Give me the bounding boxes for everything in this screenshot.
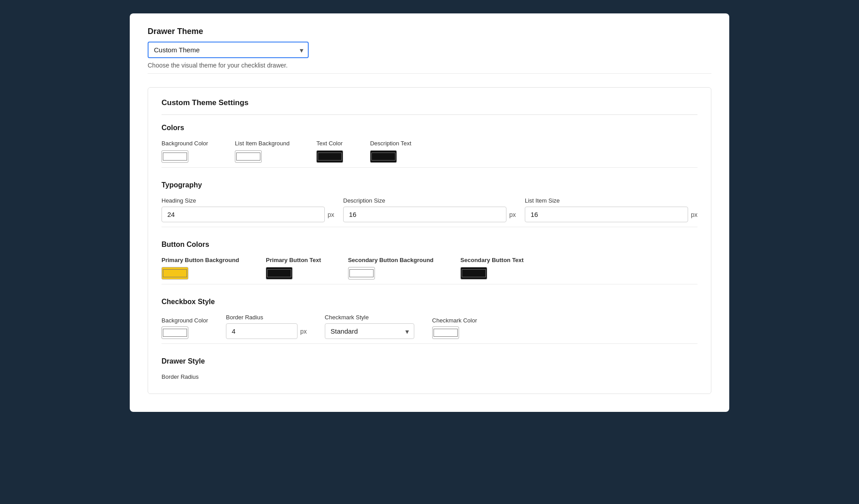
typography-section: Typography Heading Size px Description S… bbox=[162, 181, 697, 227]
primary-bg-swatch[interactable] bbox=[162, 267, 188, 280]
checkbox-style-title: Checkbox Style bbox=[162, 298, 697, 306]
primary-bg-field: Primary Button Background bbox=[162, 257, 239, 280]
checkmark-style-select-wrapper: Standard Bold Minimal ▾ bbox=[325, 323, 414, 339]
secondary-bg-label: Secondary Button Background bbox=[348, 257, 434, 263]
color-row: Background Color List Item Background Te… bbox=[162, 140, 697, 163]
colors-title: Colors bbox=[162, 124, 697, 132]
checkmark-color-swatch[interactable] bbox=[432, 326, 459, 339]
theme-helper-text: Choose the visual theme for your checkli… bbox=[148, 62, 711, 69]
heading-size-field: Heading Size px bbox=[162, 197, 334, 222]
text-color-swatch[interactable] bbox=[316, 150, 343, 163]
description-size-input-group: px bbox=[343, 207, 516, 222]
heading-size-unit: px bbox=[327, 211, 334, 218]
button-colors-title: Button Colors bbox=[162, 241, 697, 249]
list-item-background-label: List Item Background bbox=[235, 140, 289, 147]
heading-size-input[interactable] bbox=[162, 207, 325, 222]
checkmark-style-field: Checkmark Style Standard Bold Minimal ▾ bbox=[325, 314, 414, 339]
button-colors-section: Button Colors Primary Button Background … bbox=[162, 241, 697, 284]
list-item-background-field: List Item Background bbox=[235, 140, 289, 163]
secondary-text-label: Secondary Button Text bbox=[460, 257, 523, 263]
custom-theme-settings-box: Custom Theme Settings Colors Background … bbox=[148, 87, 711, 394]
description-size-field: Description Size px bbox=[343, 197, 516, 222]
background-color-swatch[interactable] bbox=[162, 150, 188, 163]
checkbox-border-radius-label: Border Radius bbox=[226, 314, 307, 321]
checkbox-bg-field: Background Color bbox=[162, 317, 208, 339]
list-item-size-unit: px bbox=[691, 211, 697, 218]
list-item-size-label: List Item Size bbox=[525, 197, 697, 204]
checkmark-style-select[interactable]: Standard Bold Minimal bbox=[325, 323, 414, 339]
heading-size-label: Heading Size bbox=[162, 197, 334, 204]
drawer-theme-section: Drawer Theme Custom Theme Default Dark L… bbox=[148, 27, 711, 74]
description-size-label: Description Size bbox=[343, 197, 516, 204]
text-color-field: Text Color bbox=[316, 140, 343, 163]
custom-theme-settings-title: Custom Theme Settings bbox=[162, 98, 697, 115]
heading-size-input-group: px bbox=[162, 207, 334, 222]
drawer-border-radius-label: Border Radius bbox=[162, 373, 697, 380]
typography-title: Typography bbox=[162, 181, 697, 189]
button-colors-row: Primary Button Background Primary Button… bbox=[162, 257, 697, 280]
background-color-label: Background Color bbox=[162, 140, 208, 147]
list-item-size-field: List Item Size px bbox=[525, 197, 697, 222]
typography-row: Heading Size px Description Size px List… bbox=[162, 197, 697, 222]
checkmark-color-label: Checkmark Color bbox=[432, 317, 477, 324]
checkbox-bg-label: Background Color bbox=[162, 317, 208, 324]
secondary-bg-field: Secondary Button Background bbox=[348, 257, 434, 280]
text-color-label: Text Color bbox=[316, 140, 343, 147]
description-text-label: Description Text bbox=[370, 140, 411, 147]
theme-select-wrapper: Custom Theme Default Dark Light ▾ bbox=[148, 42, 309, 58]
drawer-style-section: Drawer Style Border Radius bbox=[162, 357, 697, 380]
secondary-text-swatch[interactable] bbox=[460, 267, 487, 280]
secondary-text-field: Secondary Button Text bbox=[460, 257, 523, 280]
list-item-size-input[interactable] bbox=[525, 207, 688, 222]
description-text-swatch[interactable] bbox=[370, 150, 397, 163]
drawer-style-title: Drawer Style bbox=[162, 357, 697, 365]
checkmark-color-field: Checkmark Color bbox=[432, 317, 477, 339]
background-color-field: Background Color bbox=[162, 140, 208, 163]
drawer-theme-title: Drawer Theme bbox=[148, 27, 711, 36]
list-item-background-swatch[interactable] bbox=[235, 150, 262, 163]
colors-section: Colors Background Color List Item Backgr… bbox=[162, 124, 697, 168]
checkbox-bg-swatch[interactable] bbox=[162, 326, 188, 339]
primary-bg-label: Primary Button Background bbox=[162, 257, 239, 263]
checkbox-border-radius-input-group: px bbox=[226, 323, 307, 339]
checkbox-border-radius-input[interactable] bbox=[226, 323, 298, 339]
primary-text-field: Primary Button Text bbox=[266, 257, 321, 280]
list-item-size-input-group: px bbox=[525, 207, 697, 222]
checkbox-style-section: Checkbox Style Background Color Border R… bbox=[162, 298, 697, 344]
secondary-bg-swatch[interactable] bbox=[348, 267, 375, 280]
checkmark-style-label: Checkmark Style bbox=[325, 314, 414, 321]
description-text-field: Description Text bbox=[370, 140, 411, 163]
description-size-unit: px bbox=[509, 211, 516, 218]
primary-text-swatch[interactable] bbox=[266, 267, 293, 280]
main-container: Drawer Theme Custom Theme Default Dark L… bbox=[130, 13, 729, 412]
checkbox-border-radius-unit: px bbox=[300, 328, 307, 335]
checkbox-row: Background Color Border Radius px Checkm… bbox=[162, 314, 697, 339]
checkbox-border-radius-field: Border Radius px bbox=[226, 314, 307, 339]
description-size-input[interactable] bbox=[343, 207, 506, 222]
theme-select[interactable]: Custom Theme Default Dark Light bbox=[148, 42, 309, 58]
primary-text-label: Primary Button Text bbox=[266, 257, 321, 263]
